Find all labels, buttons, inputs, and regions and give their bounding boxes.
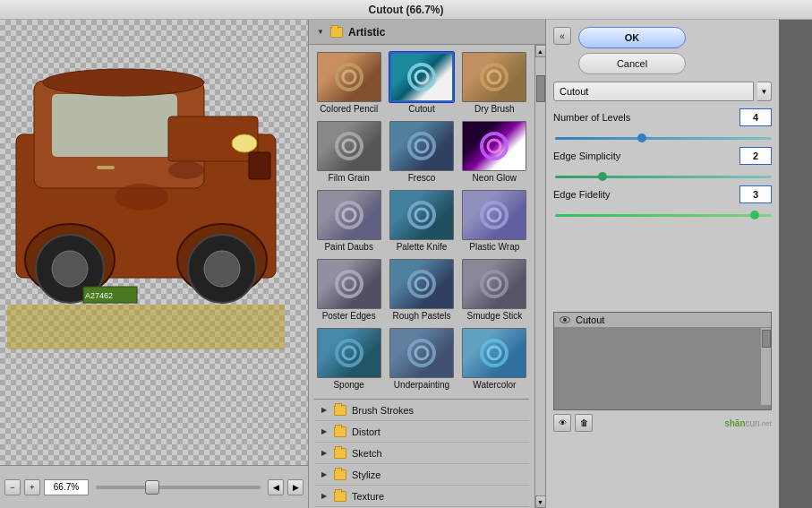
category-item-sketch[interactable]: ▶ Sketch	[314, 443, 529, 464]
svg-point-34	[415, 209, 428, 221]
filter-item-rough-pastels[interactable]: Rough Pastels	[387, 257, 456, 323]
nav-left-button[interactable]: ◀	[268, 479, 284, 495]
category-item-distort[interactable]: ▶ Distort	[314, 421, 529, 443]
svg-point-3	[43, 69, 204, 96]
filter-thumb-cutout	[389, 52, 454, 102]
title-bar: Cutout (66.7%)	[0, 0, 812, 20]
svg-point-45	[409, 340, 434, 366]
filter-item-palette-knife[interactable]: Palette Knife	[387, 188, 456, 254]
zoom-slider-thumb[interactable]	[145, 480, 159, 495]
svg-point-10	[52, 251, 88, 287]
filter-label-dry-brush: Dry Brush	[474, 104, 514, 114]
filter-label-paint-daubs: Paint Daubs	[324, 242, 372, 252]
svg-rect-18	[7, 305, 285, 349]
scroll-thumb[interactable]	[536, 75, 545, 102]
cat-label-brush-strokes: Brush Strokes	[352, 405, 414, 416]
svg-point-24	[488, 71, 500, 83]
filter-dropdown-arrow[interactable]: ▼	[757, 82, 772, 101]
param-row-fidelity: Edge Fidelity 3	[553, 185, 772, 203]
filter-item-colored-pencil[interactable]: Colored Pencil	[314, 50, 383, 116]
image-preview-area[interactable]: A27462	[0, 20, 308, 465]
filter-label-rough-pastels: Rough Pastels	[392, 311, 450, 321]
param-value-levels[interactable]: 4	[739, 108, 772, 126]
effects-header: Cutout	[554, 313, 771, 328]
param-slider-levels[interactable]	[555, 137, 772, 140]
filter-item-smudge-stick[interactable]: Smudge Stick	[460, 257, 529, 323]
truck-image: A27462	[7, 27, 285, 349]
filter-label-plastic-wrap: Plastic Wrap	[469, 242, 519, 252]
nav-right-button[interactable]: ▶	[287, 479, 303, 495]
category-list: ▶ Brush Strokes ▶ Distort ▶ Sketch	[314, 399, 529, 507]
zoom-plus-button[interactable]: +	[24, 479, 40, 495]
filter-label-cutout: Cutout	[408, 104, 434, 114]
zoom-slider-track[interactable]	[96, 486, 261, 489]
filter-item-film-grain[interactable]: Film Grain	[314, 119, 383, 185]
svg-point-41	[482, 271, 507, 297]
effect-visibility-button[interactable]: 👁	[553, 414, 571, 432]
param-value-simplicity[interactable]: 2	[739, 147, 772, 165]
cat-folder-distort	[334, 426, 346, 437]
scroll-track[interactable]	[535, 57, 546, 495]
filter-category-header: ▼ Artistic	[309, 20, 545, 45]
cancel-button[interactable]: Cancel	[578, 53, 686, 74]
svg-point-7	[204, 251, 240, 287]
svg-point-43	[337, 340, 362, 366]
collapse-button[interactable]: «	[553, 27, 571, 45]
filter-item-plastic-wrap[interactable]: Plastic Wrap	[460, 188, 529, 254]
category-item-texture[interactable]: ▶ Texture	[314, 486, 529, 507]
filter-thumb-plastic-wrap	[462, 190, 526, 240]
filter-item-cutout[interactable]: Cutout	[387, 50, 456, 116]
effects-section: Cutout	[553, 312, 772, 410]
svg-point-26	[343, 140, 355, 152]
scroll-up-arrow[interactable]: ▲	[535, 45, 546, 57]
param-slider-thumb-levels[interactable]	[637, 133, 646, 142]
category-item-brush-strokes[interactable]: ▶ Brush Strokes	[314, 400, 529, 421]
filter-thumb-watercolor	[462, 328, 526, 378]
effects-scrollbar-thumb[interactable]	[762, 330, 771, 348]
svg-point-46	[415, 347, 428, 359]
svg-point-17	[168, 161, 204, 179]
category-item-stylize[interactable]: ▶ Stylize	[314, 464, 529, 486]
svg-point-37	[337, 271, 362, 297]
ok-button[interactable]: OK	[578, 27, 686, 48]
zoom-display: 66.7%	[44, 479, 89, 495]
svg-point-31	[337, 202, 362, 228]
param-slider-thumb-simplicity[interactable]	[598, 172, 607, 181]
effects-content	[554, 328, 771, 405]
filter-item-neon-glow[interactable]: Neon Glow	[460, 119, 529, 185]
svg-point-30	[488, 140, 500, 152]
filter-item-sponge[interactable]: Sponge	[314, 326, 383, 392]
param-slider-fidelity[interactable]	[555, 214, 772, 217]
filter-label-neon-glow: Neon Glow	[473, 173, 517, 183]
filter-item-watercolor[interactable]: Watercolor	[460, 326, 529, 392]
param-slider-row-simplicity	[553, 176, 772, 178]
filter-grid-area[interactable]: Colored Pencil Cutout Dry Br	[309, 45, 534, 508]
filter-item-dry-brush[interactable]: Dry Brush	[460, 50, 529, 116]
param-slider-simplicity[interactable]	[555, 176, 772, 178]
filter-item-underpainting[interactable]: Underpainting	[387, 326, 456, 392]
param-slider-thumb-fidelity[interactable]	[750, 211, 759, 220]
filter-item-poster-edges[interactable]: Poster Edges	[314, 257, 383, 323]
category-collapse-arrow[interactable]: ▼	[316, 28, 325, 37]
svg-point-38	[343, 278, 355, 290]
scroll-down-arrow[interactable]: ▼	[535, 495, 546, 508]
eye-icon[interactable]	[560, 316, 570, 323]
svg-point-40	[415, 278, 428, 290]
filter-item-fresco[interactable]: Fresco	[387, 119, 456, 185]
action-buttons: OK Cancel	[578, 27, 686, 74]
param-value-fidelity[interactable]: 3	[739, 185, 772, 203]
effect-delete-button[interactable]: 🗑	[575, 414, 593, 432]
param-row-simplicity: Edge Simplicity 2	[553, 147, 772, 165]
cat-label-stylize: Stylize	[352, 469, 380, 480]
svg-point-36	[488, 209, 500, 221]
filter-item-paint-daubs[interactable]: Paint Daubs	[314, 188, 383, 254]
left-panel: A27462 − +	[0, 20, 309, 508]
filter-label-palette-knife: Palette Knife	[397, 242, 448, 252]
category-folder-icon	[330, 27, 343, 38]
middle-scrollbar[interactable]: ▲ ▼	[534, 45, 545, 508]
filter-label-watercolor: Watercolor	[473, 380, 516, 390]
effects-scrollbar[interactable]	[760, 328, 771, 405]
zoom-minus-button[interactable]: −	[4, 479, 21, 495]
filter-label-poster-edges: Poster Edges	[322, 311, 376, 321]
filter-dropdown[interactable]: Cutout	[553, 82, 754, 101]
